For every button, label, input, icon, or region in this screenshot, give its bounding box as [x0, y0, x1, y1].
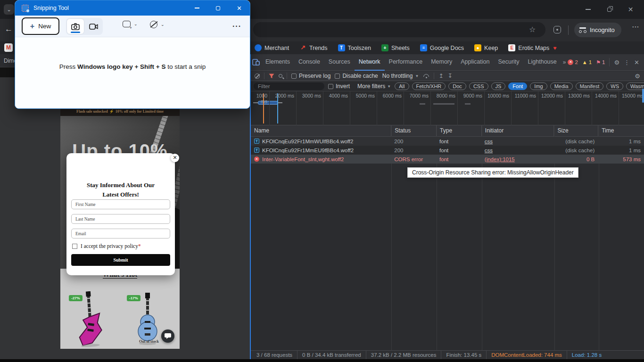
request-status-cell: CORS error	[391, 156, 436, 162]
filter-pill-ws[interactable]: WS	[606, 82, 623, 90]
devtools-menu-icon[interactable]: ⋮	[624, 59, 630, 66]
address-bar[interactable]	[253, 22, 545, 37]
column-header-type[interactable]: Type	[436, 125, 481, 136]
network-request-row[interactable]: ✕Inter-VariableFont_slnt,wght.woff2CORS …	[251, 155, 644, 164]
filter-pill-fetchxhr[interactable]: Fetch/XHR	[412, 82, 446, 90]
browser-menu-button[interactable]: ⋮	[633, 24, 638, 31]
devtools-tab-network[interactable]: Network	[355, 54, 385, 71]
devtools-settings-icon[interactable]: ⚙	[614, 59, 619, 66]
filter-pill-doc[interactable]: Doc	[448, 82, 466, 90]
network-settings-icon[interactable]: ⚙	[635, 73, 640, 80]
column-header-initiator[interactable]: Initiator	[481, 125, 554, 136]
email-input[interactable]	[71, 229, 170, 239]
video-mode-button[interactable]	[85, 19, 102, 34]
console-warnings-badge[interactable]: ▲1	[582, 59, 592, 65]
snip-maximize-button[interactable]	[207, 0, 229, 16]
chat-widget-button[interactable]	[161, 329, 174, 343]
lens-icon[interactable]	[553, 26, 561, 33]
bookmark-star-icon[interactable]: ☆	[529, 25, 536, 34]
bookmark-google-docs[interactable]: ≡Google Docs	[420, 44, 464, 51]
request-size-cell: 0 B	[553, 156, 598, 162]
filter-pill-manifest[interactable]: Manifest	[576, 82, 604, 90]
console-errors-badge[interactable]: ✕2	[568, 59, 578, 65]
snip-minimize-button[interactable]	[186, 0, 207, 16]
first-name-input[interactable]	[71, 199, 170, 209]
column-header-status[interactable]: Status	[391, 125, 436, 136]
column-header-size[interactable]: Size	[553, 125, 598, 136]
screenshot-mode-button[interactable]	[67, 19, 84, 34]
clear-network-log-icon[interactable]	[255, 74, 260, 79]
modal-close-button[interactable]: ✕	[171, 154, 179, 162]
snip-delay-dropdown[interactable]: ⌄	[150, 21, 165, 28]
tab-search-button[interactable]: ⌄	[4, 4, 14, 15]
filter-pill-media[interactable]: Media	[550, 82, 573, 90]
preserve-log-checkbox-row[interactable]: Preserve log	[291, 73, 330, 79]
column-header-name[interactable]: Name	[251, 125, 391, 136]
issues-badge[interactable]: ⚑1	[596, 59, 605, 66]
scrollbar-thumb[interactable]	[642, 89, 644, 103]
network-request-row[interactable]: TKFOlCnqEu92Fr1MmEU9fBBc4.woff2200fontcs…	[251, 146, 644, 155]
import-har-icon[interactable]: ↥	[438, 73, 443, 79]
bookmark-erotic-maps[interactable]: EErotic Maps♥	[508, 44, 556, 51]
gmail-icon[interactable]: M	[4, 43, 13, 52]
more-filters-dropdown[interactable]: More filters▼	[357, 83, 391, 90]
window-minimize-button[interactable]	[578, 0, 599, 19]
devtools-tab-application[interactable]: Application	[456, 54, 494, 71]
devtools-close-icon[interactable]: ✕	[634, 59, 639, 66]
network-filter-input[interactable]	[254, 82, 324, 90]
devtools-tab-lighthouse[interactable]: Lighthouse	[524, 54, 561, 71]
filter-funnel-icon[interactable]	[269, 74, 274, 79]
last-name-input[interactable]	[71, 214, 170, 224]
request-initiator-link[interactable]: css	[481, 148, 554, 153]
back-button[interactable]: ←	[5, 25, 13, 34]
bookmark-keep[interactable]: ●Keep	[474, 44, 498, 51]
cors-error-tooltip: Cross-Origin Resource Sharing error: Mis…	[407, 167, 578, 178]
checkbox[interactable]	[291, 74, 297, 79]
devtools-tab-sources[interactable]: Sources	[324, 54, 355, 71]
snip-close-button[interactable]: ✕	[229, 0, 250, 16]
filter-pill-img[interactable]: Img	[530, 82, 547, 90]
snip-more-options-button[interactable]: ···	[232, 22, 241, 31]
filter-pill-js[interactable]: JS	[491, 82, 506, 90]
disable-cache-checkbox-row[interactable]: Disable cache	[335, 73, 378, 79]
column-header-time[interactable]: Time	[598, 125, 644, 136]
devtools-tab-security[interactable]: Security	[494, 54, 523, 71]
devtools-tab-elements[interactable]: Elements	[261, 54, 294, 71]
snip-shape-dropdown[interactable]: ⌄	[123, 21, 138, 27]
devtools-tab-performance[interactable]: Performance	[385, 54, 427, 71]
throttling-dropdown[interactable]: No throttling▼	[382, 73, 419, 79]
export-har-icon[interactable]: ↧	[447, 73, 452, 79]
privacy-checkbox[interactable]	[72, 244, 77, 249]
network-conditions-icon[interactable]	[423, 74, 429, 78]
network-overview-timeline[interactable]: 1000 ms2000 ms3000 ms4000 ms5000 ms6000 …	[251, 91, 644, 125]
submit-button[interactable]: Submit	[71, 254, 170, 266]
filter-pill-wasm[interactable]: Wasm	[626, 82, 644, 90]
devtools-tab-console[interactable]: Console	[294, 54, 324, 71]
request-initiator-link[interactable]: (index):1015	[481, 156, 554, 162]
checkbox[interactable]	[335, 74, 340, 79]
filter-pill-font[interactable]: Font	[508, 82, 527, 90]
search-icon[interactable]	[279, 74, 282, 78]
more-tabs-button[interactable]: »	[561, 59, 568, 66]
filter-pill-css[interactable]: CSS	[469, 82, 488, 90]
bookmark-toolszen[interactable]: TToolszen	[338, 44, 371, 51]
request-type-cell: font	[436, 156, 481, 162]
bookmark-sheets[interactable]: +Sheets	[381, 44, 410, 51]
product-image-blue-guitar[interactable]	[137, 293, 158, 346]
new-snip-button[interactable]: + New	[22, 17, 59, 35]
bookmark-trends[interactable]: ↗Trends	[299, 44, 327, 51]
restore-icon	[607, 8, 611, 12]
devtools-tab-memory[interactable]: Memory	[427, 54, 456, 71]
request-initiator-link[interactable]: css	[481, 139, 554, 144]
window-close-button[interactable]: ✕	[620, 0, 641, 19]
product-image-pink-guitar[interactable]	[74, 290, 105, 348]
checkbox[interactable]	[328, 84, 333, 89]
status-bar-item: Load: 1.28 s	[567, 351, 606, 359]
bookmark-label: Erotic Maps	[518, 45, 549, 51]
network-request-row[interactable]: TKFOlCnqEu92Fr1MmWUlfBBc4.woff2200fontcs…	[251, 137, 644, 146]
filter-pill-all[interactable]: All	[395, 82, 409, 90]
window-restore-button[interactable]	[599, 0, 620, 19]
toggle-device-toolbar-icon[interactable]	[251, 59, 261, 66]
bookmark-merchant[interactable]: Merchant	[255, 44, 289, 51]
invert-checkbox-row[interactable]: Invert	[328, 83, 350, 90]
